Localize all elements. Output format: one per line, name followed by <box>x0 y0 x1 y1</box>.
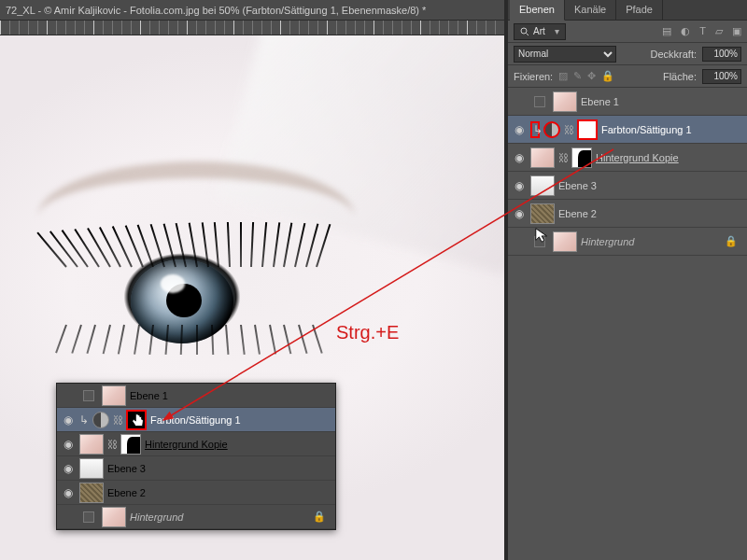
layer-thumbnail[interactable] <box>530 175 555 196</box>
layer-thumbnail[interactable] <box>530 147 555 168</box>
layer-name[interactable]: Hintergrund Kopie <box>596 152 679 163</box>
layer-checkbox[interactable] <box>534 236 545 247</box>
layer-row[interactable]: ◉ Ebene 3 <box>508 172 747 200</box>
layer-name[interactable]: Ebene 3 <box>558 180 597 191</box>
layers-floating-panel: Ebene 1 ◉ ↳ ⛓ Farbton/Sättigung 1 ◉ ⛓ Hi… <box>56 383 336 530</box>
tab-paths[interactable]: Pfade <box>616 0 663 20</box>
layer-row[interactable]: ◉ ↳ ⛓ Farbton/Sättigung 1 <box>508 116 747 144</box>
filter-adjust-icon[interactable]: ◐ <box>681 25 690 37</box>
filter-shape-icon[interactable]: ▱ <box>715 25 723 37</box>
adjustment-icon[interactable] <box>543 121 560 138</box>
layer-name[interactable]: Ebene 2 <box>107 487 146 498</box>
layer-name[interactable]: Farbton/Sättigung 1 <box>150 414 241 426</box>
clip-indicator-icon: ↳ <box>79 413 89 427</box>
link-icon: ⛓ <box>113 414 122 426</box>
layer-row[interactable]: ◉ Ebene 2 <box>57 481 335 505</box>
layer-name[interactable]: Ebene 1 <box>581 96 619 107</box>
link-icon: ⛓ <box>558 152 568 163</box>
link-icon: ⛓ <box>107 439 117 450</box>
lock-label: Fixieren: <box>514 71 553 82</box>
visibility-toggle[interactable]: ◉ <box>61 438 76 451</box>
layer-thumbnail[interactable] <box>79 434 104 455</box>
lock-icon: 🔒 <box>313 511 326 523</box>
adjustment-icon[interactable] <box>92 412 109 428</box>
lock-position-icon[interactable]: ✥ <box>587 70 596 82</box>
layer-row[interactable]: Ebene 1 <box>508 88 747 116</box>
layer-checkbox[interactable] <box>83 390 94 401</box>
panel-tabs: Ebenen Kanäle Pfade <box>508 0 747 21</box>
opacity-value[interactable]: 100% <box>702 47 741 62</box>
layer-name[interactable]: Farbton/Sättigung 1 <box>601 124 692 135</box>
layers-list: Ebene 1 ◉ ↳ ⛓ Farbton/Sättigung 1 ◉ ⛓ Hi… <box>508 88 747 256</box>
visibility-toggle[interactable]: ◉ <box>512 179 527 192</box>
layer-checkbox[interactable] <box>534 96 545 107</box>
layer-row[interactable]: ◉ ⛓ Hintergrund Kopie <box>508 144 747 172</box>
lock-icon: 🔒 <box>725 235 738 247</box>
layer-mask-thumbnail[interactable] <box>571 147 592 168</box>
layer-row[interactable]: ◉ Ebene 3 <box>57 456 335 481</box>
filter-image-icon[interactable]: ▤ <box>662 25 671 37</box>
layer-filter-dropdown[interactable]: Art ▾ <box>514 23 566 40</box>
fill-value[interactable]: 100% <box>702 69 741 84</box>
layer-thumbnail[interactable] <box>530 203 555 224</box>
lock-row: Fixieren: ▨ ✎ ✥ 🔒 Fläche: 100% <box>508 65 747 88</box>
layer-row[interactable]: Hintergrund 🔒 <box>57 505 335 529</box>
tab-layers[interactable]: Ebenen <box>510 0 565 21</box>
layer-thumbnail[interactable] <box>553 231 577 252</box>
fill-label: Fläche: <box>663 71 697 82</box>
layer-name[interactable]: Ebene 1 <box>130 390 168 401</box>
ruler-horizontal <box>0 21 504 35</box>
layer-mask-thumbnail[interactable] <box>126 410 147 430</box>
layer-name[interactable]: Ebene 3 <box>107 463 146 474</box>
layer-row[interactable]: ◉ Ebene 2 <box>508 200 747 228</box>
layer-row[interactable]: ◉ ⛓ Hintergrund Kopie <box>57 432 335 456</box>
visibility-toggle[interactable]: ◉ <box>512 151 527 164</box>
layer-thumbnail[interactable] <box>102 385 126 406</box>
layer-checkbox[interactable] <box>83 511 94 523</box>
visibility-toggle[interactable]: ◉ <box>61 462 76 475</box>
layer-thumbnail[interactable] <box>102 507 126 527</box>
visibility-toggle[interactable]: ◉ <box>61 486 76 499</box>
layer-name[interactable]: Ebene 2 <box>558 208 597 219</box>
layers-panel: Ebenen Kanäle Pfade Art ▾ ▤ ◐ T ▱ ▣ Norm… <box>508 0 747 560</box>
layer-row[interactable]: Hintergrund 🔒 <box>508 228 747 256</box>
annotation-shortcut: Strg.+E <box>336 322 399 343</box>
layer-name[interactable]: Hintergrund Kopie <box>145 439 228 450</box>
layer-thumbnail[interactable] <box>79 483 104 503</box>
svg-line-1 <box>527 33 529 35</box>
lock-all-icon[interactable]: 🔒 <box>601 70 614 82</box>
panel-toolbar: Art ▾ ▤ ◐ T ▱ ▣ <box>508 21 747 43</box>
filter-label: Art <box>533 26 545 36</box>
hand-cursor-icon <box>128 412 148 432</box>
opacity-label: Deckkraft: <box>650 49 697 60</box>
visibility-toggle[interactable]: ◉ <box>512 123 527 136</box>
lock-pixels-icon[interactable]: ✎ <box>573 70 582 82</box>
svg-point-0 <box>521 28 527 34</box>
layer-name[interactable]: Hintergrund <box>581 236 634 247</box>
filter-smart-icon[interactable]: ▣ <box>732 25 741 37</box>
layer-row[interactable]: ◉ ↳ ⛓ Farbton/Sättigung 1 <box>57 408 335 432</box>
visibility-toggle[interactable]: ◉ <box>61 413 76 427</box>
layer-row[interactable]: Ebene 1 <box>57 384 335 408</box>
layer-thumbnail[interactable] <box>553 91 577 112</box>
layer-mask-thumbnail[interactable] <box>577 119 598 140</box>
blend-mode-select[interactable]: Normal <box>514 46 616 63</box>
visibility-toggle[interactable]: ◉ <box>512 207 527 220</box>
lock-transparency-icon[interactable]: ▨ <box>558 70 568 82</box>
tab-channels[interactable]: Kanäle <box>565 0 616 20</box>
blend-row: Normal Deckkraft: 100% <box>508 43 747 65</box>
layer-mask-thumbnail[interactable] <box>120 434 141 455</box>
clip-indicator-icon: ↳ <box>530 121 540 138</box>
layer-name[interactable]: Hintergrund <box>130 511 183 523</box>
filter-type-icon[interactable]: T <box>699 25 706 37</box>
link-icon: ⛓ <box>564 124 573 135</box>
window-title: 72_XL - © Amir Kaljikovic - Fotolia.com.… <box>6 5 426 16</box>
layer-thumbnail[interactable] <box>79 458 104 479</box>
